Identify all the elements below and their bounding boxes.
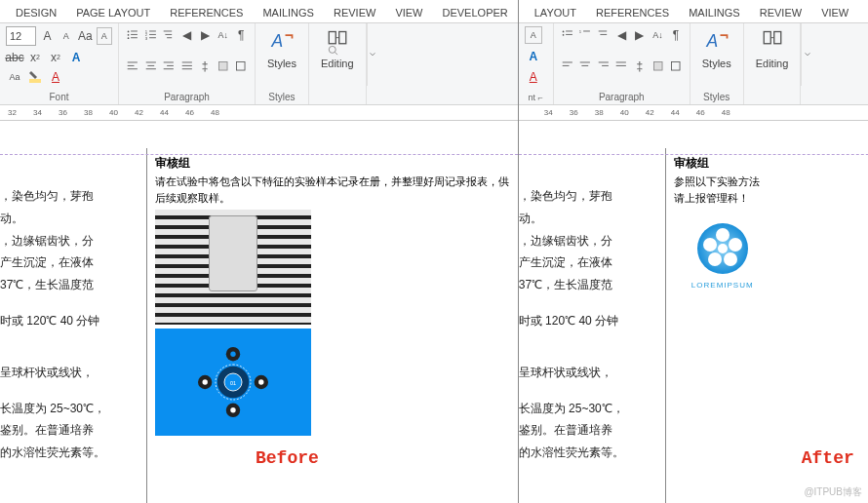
align-right-icon[interactable] [596, 58, 612, 75]
text-scale-icon[interactable]: Aa [6, 68, 23, 86]
svg-rect-15 [167, 38, 172, 39]
highlight-icon[interactable] [26, 68, 44, 86]
tab-view[interactable]: VIEW [811, 3, 858, 22]
embedded-logo[interactable]: LOREMIPSUM [674, 212, 771, 299]
border-icon[interactable] [233, 58, 249, 75]
numbering-icon[interactable]: 1 [577, 26, 593, 44]
subscript-icon[interactable]: x2 [26, 49, 44, 66]
align-left-icon[interactable] [560, 58, 575, 75]
sidebar-text: 请在试验中将包含以下特征的实验样本记录在册，并整理好周记录报表，供后续观察取样。 [155, 174, 510, 206]
svg-rect-53 [600, 34, 607, 35]
line-spacing-icon[interactable]: ‡ [197, 58, 213, 75]
tab-developer[interactable]: DEVELOPER [858, 3, 868, 22]
justify-icon[interactable] [179, 58, 195, 75]
svg-point-72 [703, 238, 717, 252]
shrink-font-icon[interactable]: A [59, 27, 74, 45]
numbering-icon[interactable]: 123 [143, 26, 159, 44]
font-size-select[interactable]: 12 [6, 26, 36, 46]
sort-icon[interactable]: A↓ [651, 26, 666, 44]
tab-view[interactable]: VIEW [385, 3, 432, 22]
border-icon[interactable] [668, 58, 684, 75]
svg-rect-6 [131, 38, 138, 39]
svg-point-71 [708, 252, 722, 266]
svg-point-5 [128, 38, 130, 40]
svg-point-1 [128, 31, 130, 33]
tab-mailings[interactable]: MAILINGS [679, 3, 750, 22]
collapse-ribbon-icon[interactable] [367, 23, 378, 86]
editing-label: Editing [321, 58, 354, 69]
svg-point-45 [203, 379, 208, 384]
after-label: After [802, 448, 854, 468]
svg-rect-29 [237, 62, 245, 70]
document-area[interactable]: ，染色均匀，芽孢 动。 ，边缘锯齿状，分 产生沉淀，在液体 37℃，生长温度范 … [519, 121, 868, 503]
sort-icon[interactable]: A↓ [216, 26, 231, 44]
svg-rect-32 [339, 32, 346, 44]
styles-group: A Styles Styles [690, 23, 744, 104]
show-marks-icon[interactable]: ¶ [668, 26, 684, 44]
tab-review[interactable]: REVIEW [750, 3, 811, 22]
font-group: 12 A A Aa A abc x2 x2 A Aa A Font [0, 23, 119, 104]
svg-rect-31 [329, 32, 335, 44]
ruler[interactable]: 32 34 36 38 40 42 44 46 48 [0, 105, 518, 121]
paragraph-group: 123 ◀ ▶ A↓ ¶ ‡ Paragraph [119, 23, 256, 104]
collapse-ribbon-icon[interactable] [801, 23, 812, 86]
tab-page-layout[interactable]: PAGE LAYOUT [66, 3, 160, 22]
svg-rect-55 [562, 65, 569, 66]
svg-rect-12 [149, 38, 156, 39]
indent-right-icon[interactable]: ▶ [197, 26, 213, 44]
align-center-icon[interactable] [143, 58, 159, 75]
svg-rect-24 [164, 69, 174, 70]
tab-references[interactable]: REFERENCES [586, 3, 679, 22]
clear-format-icon[interactable]: A [525, 26, 542, 44]
body-text: ，染色均匀，芽孢 动。 ，边缘锯齿状，分 产生沉淀，在液体 37℃，生长温度范 … [0, 121, 146, 503]
styles-button[interactable]: A Styles [696, 26, 737, 71]
svg-rect-28 [218, 62, 226, 70]
text-effect-icon[interactable]: A [67, 49, 85, 66]
editing-button[interactable]: Editing [750, 26, 795, 71]
styles-button[interactable]: A Styles [261, 26, 302, 71]
svg-rect-22 [164, 62, 174, 63]
embedded-image-photo[interactable] [155, 210, 311, 325]
bullets-icon[interactable] [125, 26, 140, 44]
svg-rect-4 [131, 34, 138, 35]
tab-mailings[interactable]: MAILINGS [253, 3, 324, 22]
shading-icon[interactable] [216, 58, 231, 75]
multilevel-icon[interactable] [596, 26, 612, 44]
indent-left-icon[interactable]: ◀ [179, 26, 195, 44]
svg-rect-21 [145, 69, 155, 70]
justify-icon[interactable] [613, 58, 629, 75]
grow-font-icon[interactable]: A [39, 27, 55, 45]
multilevel-icon[interactable] [161, 26, 177, 44]
font-color-icon[interactable]: A [47, 68, 64, 86]
bullets-icon[interactable] [560, 26, 575, 44]
superscript-icon[interactable]: x2 [47, 49, 64, 66]
change-case-icon[interactable]: Aa [77, 27, 94, 45]
tab-developer[interactable]: DEVELOPER [433, 3, 518, 22]
show-marks-icon[interactable]: ¶ [233, 26, 249, 44]
align-center-icon[interactable] [577, 58, 593, 75]
clear-format-icon[interactable]: A [97, 27, 112, 45]
font-color-icon[interactable]: A [525, 68, 542, 86]
sidebar-text: 参照以下实验方法请上报管理科！ [674, 174, 868, 206]
embedded-image-diagram[interactable]: 01 [155, 329, 311, 436]
tab-review[interactable]: REVIEW [324, 3, 385, 22]
paragraph-group: 1 ◀ ▶ A↓ ¶ ‡ Paragraph [554, 23, 690, 104]
ruler[interactable]: 34 36 38 40 42 44 46 48 [519, 105, 868, 121]
indent-right-icon[interactable]: ▶ [632, 26, 648, 44]
indent-left-icon[interactable]: ◀ [613, 26, 629, 44]
editing-button[interactable]: Editing [315, 26, 360, 71]
tab-references[interactable]: REFERENCES [160, 3, 253, 22]
svg-rect-0 [29, 79, 41, 83]
align-right-icon[interactable] [161, 58, 177, 75]
svg-rect-19 [145, 62, 155, 63]
line-spacing-icon[interactable]: ‡ [632, 58, 648, 75]
tab-design[interactable]: DESIGN [6, 3, 66, 22]
tab-layout[interactable]: LAYOUT [525, 3, 586, 22]
document-area[interactable]: ，染色均匀，芽孢 动。 ，边缘锯齿状，分 产生沉淀，在液体 37℃，生长温度范 … [0, 121, 518, 503]
text-effect-icon[interactable]: A [525, 48, 542, 65]
svg-rect-2 [131, 31, 138, 32]
align-left-icon[interactable] [125, 58, 140, 75]
svg-rect-49 [566, 34, 572, 35]
shading-icon[interactable] [651, 58, 666, 75]
strike-icon[interactable]: abc [6, 49, 23, 66]
